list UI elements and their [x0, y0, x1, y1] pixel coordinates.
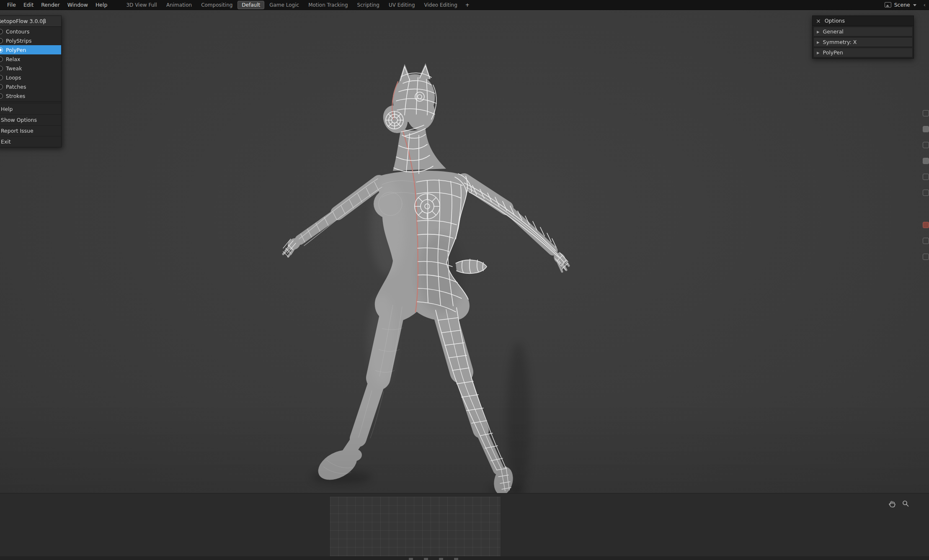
show-options-button[interactable]: Show Options — [0, 114, 61, 125]
blender-window: { "topbar": { "menus": ["File", "Edit", … — [0, 0, 929, 560]
editor-icon[interactable] — [424, 558, 428, 560]
tool-label: PolyPen — [6, 47, 26, 53]
tool-label: Contours — [6, 28, 29, 35]
retopoflow-panel: RetopoFlow 3.0.0β Contours PolyStrips Po… — [0, 15, 62, 147]
scene-tab-icon[interactable] — [923, 126, 929, 132]
tab-strip-gap — [923, 206, 929, 212]
scene-chevron-icon[interactable] — [913, 4, 916, 6]
tool-polystrips[interactable]: PolyStrips — [0, 36, 61, 45]
topbar: File Edit Render Window Help 3D View Ful… — [0, 0, 929, 10]
tool-label: Tweak — [6, 65, 22, 72]
add-layout-tab-button[interactable]: + — [462, 1, 472, 9]
tool-label: Relax — [6, 56, 20, 62]
menu-window[interactable]: Window — [64, 2, 92, 8]
material-tab-icon[interactable] — [923, 222, 929, 228]
editor-icon[interactable] — [439, 558, 443, 560]
section-symmetry[interactable]: ▶ Symmetry: X — [813, 37, 913, 47]
data-tab-icon[interactable] — [923, 190, 929, 196]
radio-icon — [0, 57, 3, 62]
tool-loops[interactable]: Loops — [0, 73, 61, 82]
layout-tab-animation[interactable]: Animation — [162, 1, 196, 9]
topbar-collapse-icon[interactable]: ‹ — [924, 2, 926, 8]
editor-icon[interactable] — [454, 558, 458, 560]
radio-icon — [0, 47, 3, 53]
chevron-right-icon: ▶ — [817, 29, 820, 33]
menu-file[interactable]: File — [3, 2, 20, 8]
tool-patches[interactable]: Patches — [0, 82, 61, 91]
texture-tab-icon[interactable] — [923, 238, 929, 244]
radio-icon — [0, 75, 3, 80]
exit-button[interactable]: Exit — [0, 136, 61, 147]
world-tab-icon[interactable] — [923, 142, 929, 148]
tool-tweak[interactable]: Tweak — [0, 64, 61, 73]
timeline-editor[interactable] — [0, 493, 929, 560]
close-icon[interactable]: × — [816, 18, 821, 24]
tool-polypen[interactable]: PolyPen — [0, 45, 61, 54]
options-title: Options — [825, 18, 845, 24]
menu-edit[interactable]: Edit — [20, 2, 37, 8]
chevron-right-icon: ▶ — [817, 40, 820, 44]
lower-editor-header-icons — [409, 558, 458, 560]
section-label: Symmetry: X — [823, 39, 857, 45]
tool-label: PolyStrips — [6, 38, 32, 44]
viewport-nav-icons — [888, 499, 910, 508]
menu-render[interactable]: Render — [37, 2, 64, 8]
3d-viewport[interactable] — [0, 10, 929, 493]
section-general[interactable]: ▶ General — [813, 27, 913, 36]
help-button[interactable]: Help — [0, 103, 61, 114]
physics-tab-icon[interactable] — [923, 254, 929, 260]
section-label: General — [823, 28, 844, 35]
layout-tab-motion-tracking[interactable]: Motion Tracking — [304, 1, 352, 9]
tool-label: Loops — [6, 74, 21, 81]
layout-tab-default[interactable]: Default — [237, 1, 264, 9]
timeline-grid[interactable] — [330, 497, 501, 560]
properties-tab-strip — [923, 110, 929, 260]
radio-icon — [0, 84, 3, 90]
radio-icon — [0, 38, 3, 44]
panel-separator — [0, 102, 61, 102]
retopoflow-title: RetopoFlow 3.0.0β — [0, 16, 61, 27]
render-tab-icon[interactable] — [923, 110, 929, 116]
radio-icon — [0, 29, 3, 34]
layout-tab-compositing[interactable]: Compositing — [197, 1, 237, 9]
scene-selector[interactable]: Scene — [894, 2, 910, 8]
scene-selector-group: Scene ‹ — [885, 2, 929, 8]
tool-relax[interactable]: Relax — [0, 54, 61, 64]
scene-icon — [885, 2, 891, 8]
object-tab-icon[interactable] — [923, 158, 929, 164]
zoom-icon[interactable] — [901, 499, 910, 508]
retopo-model — [0, 10, 929, 493]
tool-contours[interactable]: Contours — [0, 27, 61, 36]
modifiers-tab-icon[interactable] — [923, 174, 929, 180]
layout-tab-scripting[interactable]: Scripting — [353, 1, 384, 9]
menu-help[interactable]: Help — [92, 2, 111, 8]
report-issue-button[interactable]: Report Issue — [0, 125, 61, 136]
menu-bar: File Edit Render Window Help — [0, 2, 111, 8]
options-panel: × Options ▶ General ▶ Symmetry: X ▶ Poly… — [812, 15, 914, 59]
chevron-right-icon: ▶ — [817, 50, 820, 54]
lower-editor-header-sliver — [0, 556, 929, 560]
tool-label: Strokes — [6, 93, 25, 99]
layout-tab-3d-view-full[interactable]: 3D View Full — [122, 1, 161, 9]
layout-tab-video-editing[interactable]: Video Editing — [420, 1, 462, 9]
layout-tab-uv-editing[interactable]: UV Editing — [385, 1, 419, 9]
layout-tab-game-logic[interactable]: Game Logic — [265, 1, 303, 9]
radio-icon — [0, 66, 3, 71]
options-header[interactable]: × Options — [813, 16, 914, 26]
section-label: PolyPen — [823, 49, 843, 56]
tool-label: Patches — [6, 84, 26, 90]
layout-tabs: 3D View Full Animation Compositing Defau… — [122, 1, 473, 9]
radio-icon — [0, 93, 3, 99]
tool-strokes[interactable]: Strokes — [0, 91, 61, 100]
pan-hand-icon[interactable] — [888, 499, 896, 508]
section-polypen[interactable]: ▶ PolyPen — [813, 48, 913, 57]
editor-icon[interactable] — [409, 558, 413, 560]
